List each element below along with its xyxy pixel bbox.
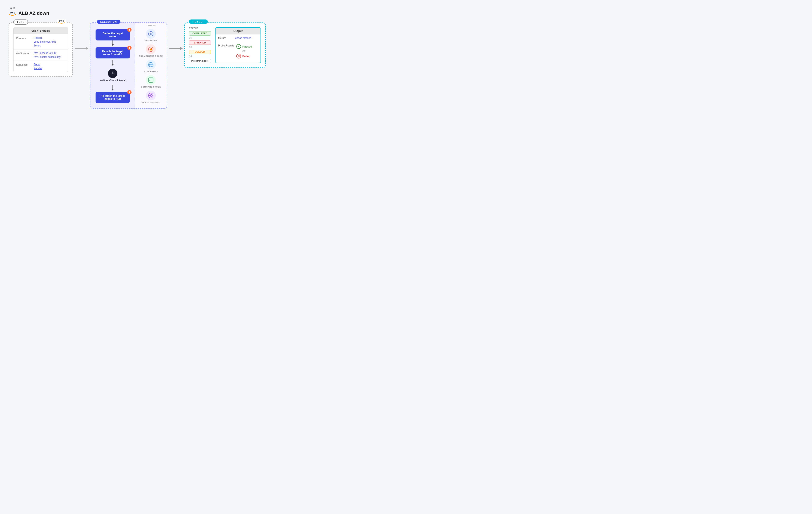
or-2: OR	[189, 46, 211, 49]
sequence-fields: Serial Parallel	[34, 63, 42, 70]
exec-step-detach: Detach the target zones from ALB	[95, 47, 130, 58]
srm-probe-icon	[146, 91, 156, 100]
big-arrow-line	[169, 48, 182, 49]
svg-point-18	[150, 95, 151, 96]
arrow-to-result	[167, 48, 184, 49]
wait-step: Wait for Chaos Interval	[100, 67, 125, 83]
exec-step-reattach-label: Re-attach the target zones to ALB	[101, 94, 125, 100]
svg-text:⎈: ⎈	[150, 32, 152, 35]
probe-command: >_ COMMAND PROBE	[141, 75, 161, 88]
srm-icon	[148, 93, 154, 98]
http-probe-icon	[146, 60, 156, 69]
probes-label: PROBES	[146, 25, 156, 27]
svg-text:>_: >_	[149, 79, 151, 81]
field-parallel[interactable]: Parallel	[34, 67, 42, 70]
arrow-step1-to-step2	[113, 40, 113, 46]
flame-icon	[128, 28, 131, 31]
probe-results-col: ✓ Passed OR ✕ Failed	[236, 44, 252, 58]
user-inputs-box: User Inputs Common Region Load balancer …	[13, 27, 68, 72]
arrow-tune-to-execution	[73, 48, 90, 49]
execution-badge: EXECUTION	[97, 20, 120, 24]
exec-step-reattach-icon	[127, 90, 132, 94]
common-fields: Region Load balancer ARN Zones	[34, 36, 56, 47]
k8s-probe-label: K8S PROBE	[145, 40, 157, 42]
fault-title: aws ALB AZ down	[8, 10, 804, 16]
status-queued: QUEUED	[189, 50, 211, 54]
page-title: ALB AZ down	[19, 10, 49, 16]
or-1: OR	[189, 37, 211, 39]
probe-or: OR	[236, 50, 252, 53]
input-group-aws-secret: AWS secret AWS access key ID AWS secret …	[13, 49, 68, 61]
common-label: Common	[16, 36, 31, 47]
aws-logo: aws	[8, 11, 16, 16]
aws-smile-icon	[8, 14, 16, 16]
arrow-step2-to-wait	[113, 60, 113, 65]
probe-passed-label: Passed	[242, 45, 252, 48]
or-3: OR	[189, 55, 211, 58]
field-region[interactable]: Region	[34, 36, 56, 39]
tune-aws-text: aws	[59, 20, 64, 22]
http-probe-label: HTTP PROBE	[144, 70, 158, 72]
probe-failed-label: Failed	[242, 55, 251, 58]
x-icon: ✕	[236, 54, 241, 58]
probe-failed-item: ✕ Failed	[236, 54, 252, 58]
status-label: STATUS	[189, 27, 211, 30]
input-group-sequence: Sequence Serial Parallel	[13, 61, 68, 72]
probe-srm-slo: SRM SLO PROBE	[142, 91, 160, 103]
exec-step-reattach: Re-attach the target zones to ALB	[95, 92, 130, 103]
aws-secret-fields: AWS access key ID AWS secret access key	[34, 52, 61, 58]
tune-section: TUNE aws User Inputs Common Region Load …	[8, 23, 73, 77]
prometheus-probe-icon: 🔥	[146, 44, 156, 54]
field-zones[interactable]: Zones	[34, 44, 56, 47]
field-serial[interactable]: Serial	[34, 63, 42, 66]
tune-badge: TUNE	[13, 20, 28, 25]
wait-label: Wait for Chaos Interval	[100, 79, 125, 82]
aws-secret-label: AWS secret	[16, 52, 31, 58]
metrics-value[interactable]: chaos metrics	[235, 37, 251, 40]
command-icon: >_	[148, 77, 154, 83]
input-group-common: Common Region Load balancer ARN Zones	[13, 34, 68, 49]
output-probe-results-row: Probe Results ✓ Passed OR ✕ Failed	[215, 42, 261, 61]
page-header: Fault aws ALB AZ down	[8, 6, 804, 16]
probe-http: HTTP PROBE	[144, 60, 158, 72]
prometheus-icon: 🔥	[148, 47, 154, 52]
flame-icon-2	[128, 47, 131, 49]
execution-probes-inner: Derive the target zones Detach the targe…	[90, 23, 167, 108]
svg-text:🔥: 🔥	[149, 48, 153, 51]
arrow-wait-to-step3	[113, 85, 113, 90]
sequence-label: Sequence	[16, 63, 31, 70]
exec-step-detach-icon	[127, 46, 132, 50]
clock-icon	[110, 71, 115, 76]
http-icon	[148, 62, 154, 67]
fault-label: Fault	[8, 6, 804, 10]
field-load-balancer-arn[interactable]: Load balancer ARN	[34, 40, 56, 43]
tune-aws-logo: aws	[57, 20, 66, 24]
probe-prometheus: 🔥 PROMETHEUS PROBE	[139, 44, 163, 57]
result-output-col: Output Metrics chaos metrics Probe Resul…	[215, 27, 261, 63]
user-inputs-header: User Inputs	[13, 27, 68, 34]
field-access-key-id[interactable]: AWS access key ID	[34, 52, 61, 55]
field-secret-access-key[interactable]: AWS secret access key	[34, 56, 61, 58]
wait-clock-icon	[108, 69, 117, 78]
exec-step-derive: Derive the target zones	[95, 29, 130, 40]
srm-probe-label: SRM SLO PROBE	[142, 101, 160, 103]
probes-section: PROBES ⎈ K8S PROBE	[135, 23, 167, 108]
status-completed: COMPLETED	[189, 31, 211, 35]
result-section: RESULT STATUS COMPLETED OR ERRORED OR QU…	[184, 23, 266, 68]
aws-text: aws	[9, 11, 16, 14]
probe-k8s: ⎈ K8S PROBE	[145, 29, 157, 42]
k8s-probe-icon: ⎈	[146, 29, 156, 39]
tune-aws-smile	[58, 22, 65, 24]
status-incompleted: INCOMPLETED	[189, 59, 211, 63]
exec-step-detach-label: Detach the target zones from ALB	[102, 50, 123, 56]
command-probe-label: COMMAND PROBE	[141, 86, 161, 88]
arrow-line	[75, 48, 88, 49]
exec-step-derive-label: Derive the target zones	[103, 32, 123, 38]
command-probe-icon: >_	[146, 75, 156, 85]
diagram: TUNE aws User Inputs Common Region Load …	[8, 23, 804, 109]
execution-steps: Derive the target zones Detach the targe…	[90, 23, 135, 108]
exec-step-derive-icon	[127, 28, 132, 32]
output-metrics-row: Metrics chaos metrics	[215, 34, 261, 42]
kubernetes-icon: ⎈	[148, 31, 154, 37]
probe-results-label: Probe Results	[218, 44, 234, 47]
